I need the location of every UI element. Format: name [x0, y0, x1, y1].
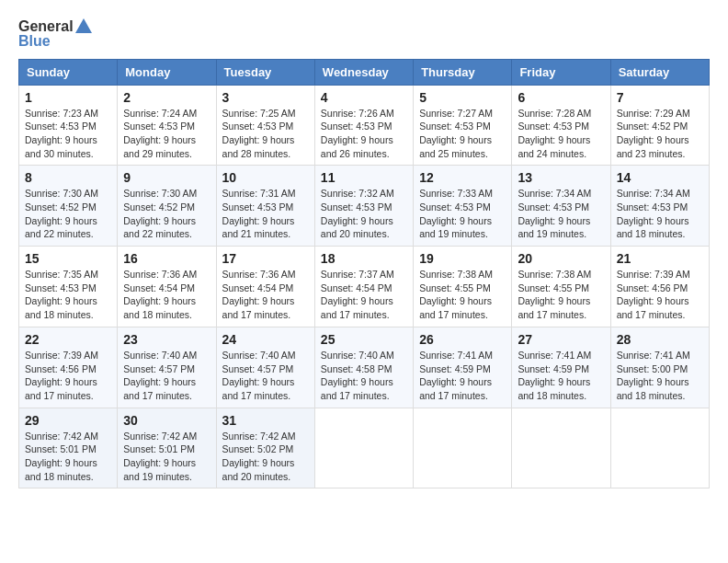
- calendar-cell: 16 Sunrise: 7:36 AM Sunset: 4:54 PM Dayl…: [118, 247, 216, 327]
- day-number: 5: [419, 90, 506, 105]
- day-number: 17: [222, 251, 309, 266]
- sunset-label: Sunset: 4:53 PM: [518, 201, 589, 213]
- sunrise-label: Sunrise: 7:25 AM: [222, 108, 296, 119]
- day-info: Sunrise: 7:42 AM Sunset: 5:01 PM Dayligh…: [123, 430, 210, 484]
- calendar-cell: 28 Sunrise: 7:41 AM Sunset: 5:00 PM Dayl…: [610, 327, 709, 408]
- sunset-label: Sunset: 5:01 PM: [25, 443, 97, 454]
- sunrise-label: Sunrise: 7:41 AM: [518, 350, 591, 361]
- day-info: Sunrise: 7:42 AM Sunset: 5:01 PM Dayligh…: [25, 430, 111, 484]
- sunset-label: Sunset: 4:58 PM: [321, 363, 392, 374]
- day-info: Sunrise: 7:38 AM Sunset: 4:55 PM Dayligh…: [419, 268, 506, 322]
- calendar-header-wednesday: Wednesday: [314, 59, 413, 85]
- daylight-label: Daylight: 9 hours and 17 minutes.: [419, 376, 492, 401]
- calendar-cell: 24 Sunrise: 7:40 AM Sunset: 4:57 PM Dayl…: [216, 327, 314, 408]
- day-info: Sunrise: 7:36 AM Sunset: 4:54 PM Dayligh…: [123, 268, 210, 322]
- calendar-header-row: SundayMondayTuesdayWednesdayThursdayFrid…: [19, 59, 710, 85]
- sunrise-label: Sunrise: 7:41 AM: [617, 350, 690, 361]
- day-number: 31: [222, 413, 309, 428]
- daylight-label: Daylight: 9 hours and 21 minutes.: [222, 215, 295, 240]
- daylight-label: Daylight: 9 hours and 17 minutes.: [419, 295, 492, 320]
- day-number: 30: [123, 413, 210, 428]
- sunset-label: Sunset: 4:53 PM: [321, 201, 392, 213]
- sunrise-label: Sunrise: 7:36 AM: [222, 269, 296, 280]
- daylight-label: Daylight: 9 hours and 18 minutes.: [25, 457, 97, 482]
- day-number: 21: [617, 251, 703, 266]
- day-info: Sunrise: 7:40 AM Sunset: 4:58 PM Dayligh…: [321, 349, 407, 403]
- daylight-label: Daylight: 9 hours and 17 minutes.: [617, 295, 689, 320]
- day-info: Sunrise: 7:39 AM Sunset: 4:56 PM Dayligh…: [617, 268, 703, 322]
- day-info: Sunrise: 7:34 AM Sunset: 4:53 PM Dayligh…: [518, 187, 604, 241]
- sunrise-label: Sunrise: 7:38 AM: [518, 269, 591, 280]
- sunrise-label: Sunrise: 7:32 AM: [321, 188, 394, 199]
- calendar-cell: 7 Sunrise: 7:29 AM Sunset: 4:52 PM Dayli…: [610, 85, 709, 166]
- calendar-cell: 26 Sunrise: 7:41 AM Sunset: 4:59 PM Dayl…: [414, 327, 512, 408]
- calendar-week-row: 1 Sunrise: 7:23 AM Sunset: 4:53 PM Dayli…: [19, 85, 710, 166]
- daylight-label: Daylight: 9 hours and 22 minutes.: [25, 215, 97, 240]
- day-number: 20: [518, 251, 604, 266]
- page-header: General Blue: [18, 18, 710, 50]
- day-number: 4: [321, 90, 407, 105]
- sunrise-label: Sunrise: 7:33 AM: [419, 188, 493, 199]
- day-info: Sunrise: 7:40 AM Sunset: 4:57 PM Dayligh…: [222, 349, 309, 403]
- calendar-cell: 27 Sunrise: 7:41 AM Sunset: 4:59 PM Dayl…: [512, 327, 610, 408]
- daylight-label: Daylight: 9 hours and 17 minutes.: [518, 295, 590, 320]
- day-info: Sunrise: 7:27 AM Sunset: 4:53 PM Dayligh…: [419, 107, 506, 161]
- day-number: 27: [518, 332, 604, 347]
- sunset-label: Sunset: 4:55 PM: [518, 282, 589, 293]
- logo: General Blue: [18, 18, 92, 50]
- day-number: 10: [222, 170, 309, 185]
- day-info: Sunrise: 7:41 AM Sunset: 4:59 PM Dayligh…: [419, 349, 506, 403]
- calendar-cell: 14 Sunrise: 7:34 AM Sunset: 4:53 PM Dayl…: [610, 166, 709, 247]
- day-number: 7: [617, 90, 703, 105]
- sunrise-label: Sunrise: 7:24 AM: [123, 108, 197, 119]
- calendar-header-sunday: Sunday: [19, 59, 118, 85]
- daylight-label: Daylight: 9 hours and 29 minutes.: [123, 134, 196, 159]
- sunrise-label: Sunrise: 7:39 AM: [25, 350, 98, 361]
- sunset-label: Sunset: 4:56 PM: [25, 363, 97, 374]
- day-number: 28: [617, 332, 703, 347]
- sunset-label: Sunset: 4:57 PM: [222, 363, 294, 374]
- calendar-cell: 6 Sunrise: 7:28 AM Sunset: 4:53 PM Dayli…: [512, 85, 610, 166]
- sunrise-label: Sunrise: 7:31 AM: [222, 188, 296, 199]
- day-number: 23: [123, 332, 210, 347]
- calendar-header-tuesday: Tuesday: [216, 59, 314, 85]
- daylight-label: Daylight: 9 hours and 19 minutes.: [123, 457, 196, 482]
- daylight-label: Daylight: 9 hours and 19 minutes.: [419, 215, 492, 240]
- daylight-label: Daylight: 9 hours and 17 minutes.: [222, 376, 295, 401]
- day-info: Sunrise: 7:26 AM Sunset: 4:53 PM Dayligh…: [321, 107, 407, 161]
- day-info: Sunrise: 7:39 AM Sunset: 4:56 PM Dayligh…: [25, 349, 111, 403]
- daylight-label: Daylight: 9 hours and 20 minutes.: [321, 215, 393, 240]
- calendar-header-thursday: Thursday: [414, 59, 512, 85]
- logo-triangle-icon: [75, 18, 92, 33]
- calendar-cell: 11 Sunrise: 7:32 AM Sunset: 4:53 PM Dayl…: [314, 166, 413, 247]
- calendar-header-saturday: Saturday: [610, 59, 709, 85]
- sunset-label: Sunset: 4:53 PM: [25, 282, 97, 293]
- day-number: 16: [123, 251, 210, 266]
- sunset-label: Sunset: 4:56 PM: [617, 282, 688, 293]
- sunset-label: Sunset: 4:54 PM: [123, 282, 195, 293]
- calendar-cell: [610, 408, 709, 488]
- day-number: 29: [25, 413, 111, 428]
- sunset-label: Sunset: 4:54 PM: [222, 282, 294, 293]
- calendar-cell: 13 Sunrise: 7:34 AM Sunset: 4:53 PM Dayl…: [512, 166, 610, 247]
- day-info: Sunrise: 7:34 AM Sunset: 4:53 PM Dayligh…: [617, 187, 703, 241]
- sunrise-label: Sunrise: 7:41 AM: [419, 350, 493, 361]
- day-number: 14: [617, 170, 703, 185]
- calendar-cell: [512, 408, 610, 488]
- calendar-week-row: 8 Sunrise: 7:30 AM Sunset: 4:52 PM Dayli…: [19, 166, 710, 247]
- daylight-label: Daylight: 9 hours and 17 minutes.: [123, 376, 196, 401]
- day-number: 18: [321, 251, 407, 266]
- calendar-cell: 10 Sunrise: 7:31 AM Sunset: 4:53 PM Dayl…: [216, 166, 314, 247]
- day-number: 22: [25, 332, 111, 347]
- daylight-label: Daylight: 9 hours and 18 minutes.: [123, 295, 196, 320]
- day-info: Sunrise: 7:31 AM Sunset: 4:53 PM Dayligh…: [222, 187, 309, 241]
- calendar-cell: [414, 408, 512, 488]
- sunset-label: Sunset: 4:53 PM: [419, 121, 491, 132]
- day-info: Sunrise: 7:30 AM Sunset: 4:52 PM Dayligh…: [25, 187, 111, 241]
- day-number: 13: [518, 170, 604, 185]
- day-info: Sunrise: 7:30 AM Sunset: 4:52 PM Dayligh…: [123, 187, 210, 241]
- sunset-label: Sunset: 4:53 PM: [321, 121, 392, 132]
- calendar-cell: 19 Sunrise: 7:38 AM Sunset: 4:55 PM Dayl…: [414, 247, 512, 327]
- calendar-header-monday: Monday: [118, 59, 216, 85]
- day-info: Sunrise: 7:41 AM Sunset: 5:00 PM Dayligh…: [617, 349, 703, 403]
